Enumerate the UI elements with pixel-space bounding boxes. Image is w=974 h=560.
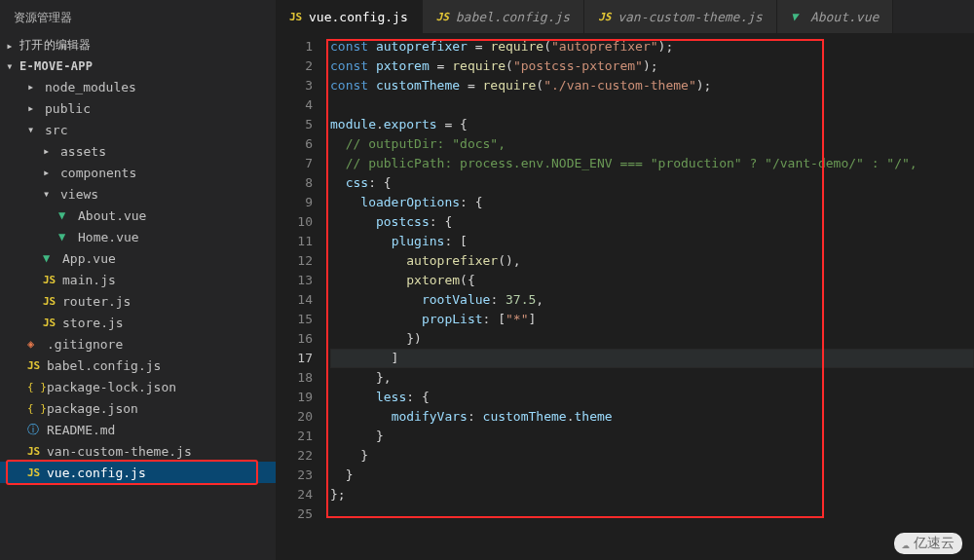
code-line[interactable]: less: {: [330, 388, 974, 407]
tree-item-label: Home.vue: [78, 230, 139, 244]
vue-icon: ▼: [43, 251, 56, 265]
code-line[interactable]: css: {: [330, 173, 974, 193]
code-line[interactable]: // outputDir: "docs",: [330, 134, 974, 154]
tab-babel-config-js[interactable]: JSbabel.config.js: [423, 0, 584, 33]
line-number: 14: [276, 290, 313, 310]
js-icon: JS: [27, 445, 41, 458]
tree-item-label: README.md: [47, 423, 115, 437]
tree-item-van-custom-theme-js[interactable]: JSvan-custom-theme.js: [0, 440, 276, 462]
code-line[interactable]: pxtorem({: [330, 271, 974, 290]
code-line[interactable]: rootValue: 37.5,: [330, 290, 974, 310]
code-line[interactable]: }: [330, 466, 974, 485]
chevron-icon: ▸: [27, 101, 39, 115]
code-line[interactable]: }): [330, 329, 974, 349]
code-line[interactable]: // publicPath: process.env.NODE_ENV === …: [330, 154, 974, 173]
tree-item-assets[interactable]: ▸assets: [0, 140, 276, 162]
line-number: 4: [276, 95, 313, 115]
chevron-icon: ▸: [43, 144, 55, 158]
js-icon: JS: [598, 11, 612, 23]
code-line[interactable]: module.exports = {: [330, 115, 974, 134]
explorer-sidebar: 资源管理器 ▸ 打开的编辑器 ▾ E-MOVE-APP ▸node_module…: [0, 0, 276, 560]
tree-item-vue-config-js[interactable]: JSvue.config.js: [0, 462, 276, 483]
tab-About-vue[interactable]: ▼About.vue: [777, 0, 893, 33]
code-line[interactable]: },: [330, 368, 974, 388]
code-line[interactable]: postcss: {: [330, 212, 974, 232]
project-name: E-MOVE-APP: [19, 59, 93, 73]
tab-van-custom-theme-js[interactable]: JSvan-custom-theme.js: [584, 0, 777, 33]
tree-item-README-md[interactable]: ⓘREADME.md: [0, 419, 276, 440]
tree-item-package-json[interactable]: { }package.json: [0, 397, 276, 419]
code-line[interactable]: [330, 95, 974, 115]
js-icon: JS: [43, 317, 56, 329]
tab-label: van-custom-theme.js: [618, 10, 763, 24]
tree-item-App-vue[interactable]: ▼App.vue: [0, 247, 276, 269]
tree-item-label: components: [60, 166, 136, 180]
tree-item-package-lock-json[interactable]: { }package-lock.json: [0, 376, 276, 397]
tree-item-label: src: [45, 123, 67, 137]
tree-item-label: main.js: [62, 273, 116, 287]
line-number: 6: [276, 134, 313, 154]
tree-item-store-js[interactable]: JSstore.js: [0, 312, 276, 333]
code-line[interactable]: propList: ["*"]: [330, 310, 974, 329]
tree-item-router-js[interactable]: JSrouter.js: [0, 290, 276, 312]
code-line[interactable]: }: [330, 427, 974, 446]
line-number: 24: [276, 485, 313, 504]
js-icon: JS: [27, 359, 41, 372]
code-line[interactable]: const customTheme = require("./van-custo…: [330, 76, 974, 95]
tree-item-main-js[interactable]: JSmain.js: [0, 269, 276, 290]
tree-item-babel-config-js[interactable]: JSbabel.config.js: [0, 355, 276, 376]
tree-item-node_modules[interactable]: ▸node_modules: [0, 76, 276, 97]
code-line[interactable]: const pxtorem = require("postcss-pxtorem…: [330, 56, 974, 76]
tree-item-public[interactable]: ▸public: [0, 97, 276, 119]
line-number: 3: [276, 76, 313, 95]
watermark-text: 亿速云: [914, 535, 955, 552]
tree-item-label: views: [60, 187, 98, 202]
code-line[interactable]: plugins: [: [330, 232, 974, 251]
cloud-icon: ☁: [902, 536, 910, 551]
code-line[interactable]: };: [330, 485, 974, 504]
code-line[interactable]: }: [330, 446, 974, 466]
tree-item-Home-vue[interactable]: ▼Home.vue: [0, 226, 276, 247]
project-section[interactable]: ▾ E-MOVE-APP: [0, 56, 276, 76]
line-number: 25: [276, 504, 313, 524]
git-icon: ◈: [27, 337, 41, 351]
json-icon: { }: [27, 402, 41, 415]
code-line[interactable]: modifyVars: customTheme.theme: [330, 407, 974, 427]
code-line[interactable]: loaderOptions: {: [330, 193, 974, 212]
line-number: 16: [276, 329, 313, 349]
code-area[interactable]: 1234567891011121314151617181920212223242…: [276, 33, 974, 560]
tree-item-label: package-lock.json: [47, 380, 176, 394]
chevron-icon: ▾: [27, 123, 39, 136]
tree-item-views[interactable]: ▾views: [0, 183, 276, 205]
code-line[interactable]: [330, 504, 974, 524]
tree-item-label: router.js: [62, 294, 131, 309]
tree-item-About-vue[interactable]: ▼About.vue: [0, 205, 276, 226]
line-number: 5: [276, 115, 313, 134]
line-number: 20: [276, 407, 313, 427]
js-icon: JS: [289, 11, 303, 23]
chevron-icon: ▾: [43, 187, 55, 201]
tree-item-label: node_modules: [45, 80, 136, 94]
tab-vue-config-js[interactable]: JSvue.config.js: [276, 0, 423, 33]
chevron-right-icon: ▸: [4, 39, 16, 53]
tree-item--gitignore[interactable]: ◈.gitignore: [0, 333, 276, 355]
vue-icon: ▼: [791, 10, 805, 23]
line-gutter: 1234567891011121314151617181920212223242…: [276, 37, 330, 560]
line-number: 22: [276, 446, 313, 466]
info-icon: ⓘ: [27, 422, 41, 438]
line-number: 13: [276, 271, 313, 290]
line-number: 7: [276, 154, 313, 173]
code-line[interactable]: const autoprefixer = require("autoprefix…: [330, 37, 974, 56]
code-line[interactable]: ]: [330, 349, 974, 368]
tree-item-label: assets: [60, 144, 106, 159]
tree-item-src[interactable]: ▾src: [0, 119, 276, 140]
code-line[interactable]: autoprefixer(),: [330, 251, 974, 271]
line-number: 8: [276, 173, 313, 193]
tree-item-label: About.vue: [78, 208, 146, 223]
tree-item-label: van-custom-theme.js: [47, 444, 192, 459]
line-number: 18: [276, 368, 313, 388]
tree-item-components[interactable]: ▸components: [0, 162, 276, 183]
tree-item-label: vue.config.js: [47, 466, 146, 480]
code-content[interactable]: const autoprefixer = require("autoprefix…: [330, 37, 974, 560]
open-editors-section[interactable]: ▸ 打开的编辑器: [0, 34, 276, 56]
